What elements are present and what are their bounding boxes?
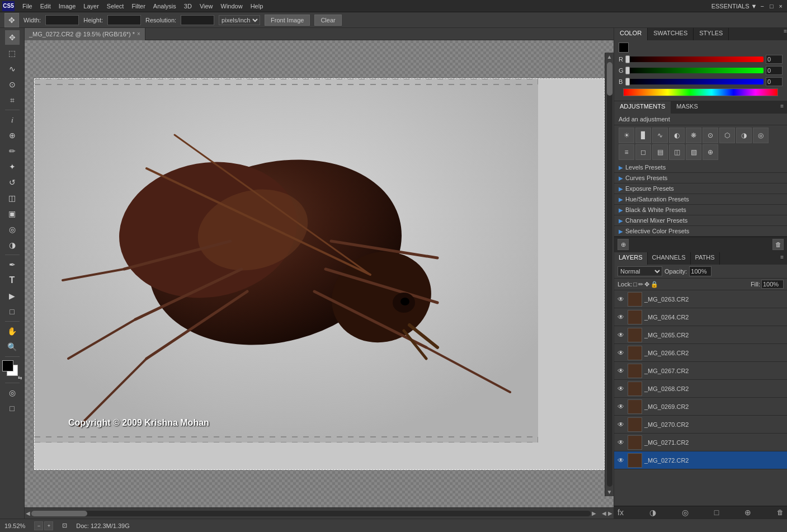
height-input[interactable] — [107, 15, 141, 25]
crop-tool[interactable]: ⌗ — [5, 93, 20, 107]
tab-layers[interactable]: LAYERS — [614, 252, 648, 265]
quick-mask-tool[interactable]: ◎ — [5, 385, 20, 400]
swap-colors-icon[interactable]: ⇆ — [18, 375, 22, 380]
opacity-input[interactable] — [689, 266, 711, 276]
g-slider-thumb[interactable] — [625, 67, 630, 74]
vertical-scrollbar[interactable]: ▲ ▼ — [605, 53, 614, 496]
posterize-icon[interactable]: ▤ — [652, 144, 668, 160]
curves-icon[interactable]: ∿ — [652, 128, 668, 143]
dodge-tool[interactable]: ◑ — [5, 238, 20, 252]
tab-color[interactable]: COLOR — [614, 28, 648, 40]
hue-saturation-presets-item[interactable]: ▶ Hue/Saturation Presets — [614, 194, 787, 205]
lock-transparent-pixels-icon[interactable]: □ — [633, 281, 637, 288]
menu-window[interactable]: Window — [218, 2, 246, 11]
selective-color-icon[interactable]: ⊕ — [703, 144, 718, 160]
brush-tool[interactable]: ✏ — [5, 144, 20, 158]
tab-styles[interactable]: STYLES — [694, 28, 729, 40]
gradient-tool[interactable]: ▣ — [5, 206, 20, 221]
lock-image-pixels-icon[interactable]: ✏ — [638, 281, 643, 288]
layers-panel-collapse[interactable]: ≡ — [777, 252, 787, 265]
history-brush-tool[interactable]: ↺ — [5, 175, 20, 190]
threshold-icon[interactable]: ◫ — [669, 144, 685, 160]
layer-item[interactable]: 👁 _MG_0266.CR2 — [614, 344, 787, 362]
menu-help[interactable]: Help — [247, 2, 267, 11]
tab-channels[interactable]: CHANNELS — [648, 252, 691, 265]
width-input[interactable] — [45, 15, 79, 25]
blend-mode-select[interactable]: Normal Dissolve Multiply Screen — [618, 266, 662, 276]
b-slider[interactable] — [628, 79, 764, 84]
eyedropper-tool[interactable]: 𝑖 — [5, 112, 20, 127]
color-swatches[interactable]: ⇆ — [2, 360, 22, 380]
foreground-color-swatch[interactable] — [2, 360, 13, 371]
path-selection-tool[interactable]: ▶ — [5, 289, 20, 303]
menu-analysis[interactable]: Analysis — [150, 2, 180, 11]
shape-tool[interactable]: □ — [5, 304, 20, 319]
lock-all-icon[interactable]: 🔒 — [651, 281, 658, 288]
layer-visibility-toggle[interactable]: 👁 — [616, 421, 625, 429]
scroll-down-arrow[interactable]: ▼ — [606, 488, 614, 496]
pen-tool[interactable]: ✒ — [5, 257, 20, 272]
type-tool[interactable]: T — [5, 273, 20, 288]
layer-item[interactable]: 👁 _MG_0270.CR2 — [614, 416, 787, 434]
horizontal-scroll-handle[interactable] — [31, 511, 87, 516]
brightness-contrast-icon[interactable]: ☀ — [619, 128, 634, 143]
exposure-presets-item[interactable]: ▶ Exposure Presets — [614, 183, 787, 194]
tab-paths[interactable]: PATHS — [691, 252, 720, 265]
lock-position-icon[interactable]: ✥ — [644, 281, 649, 288]
curves-presets-item[interactable]: ▶ Curves Presets — [614, 173, 787, 183]
g-slider[interactable] — [628, 68, 764, 73]
tab-masks[interactable]: MASKS — [671, 101, 704, 114]
layer-item[interactable]: 👁 _MG_0267.CR2 — [614, 362, 787, 380]
tab-swatches[interactable]: SWATCHES — [648, 28, 694, 40]
layers-list[interactable]: 👁 _MG_0263.CR2 👁 _MG_0264.CR2 👁 _MG_0265… — [614, 290, 787, 506]
minimize-button[interactable]: − — [758, 3, 766, 10]
delete-layer-button[interactable]: 🗑 — [777, 509, 784, 516]
layer-visibility-toggle[interactable]: 👁 — [616, 313, 625, 321]
layer-visibility-toggle[interactable]: 👁 — [616, 331, 625, 339]
eraser-tool[interactable]: ◫ — [5, 191, 20, 205]
hue-saturation-icon[interactable]: ⊙ — [703, 128, 718, 143]
maximize-button[interactable]: □ — [767, 3, 776, 10]
adjustments-panel-collapse[interactable]: ≡ — [777, 101, 787, 114]
canvas-viewport[interactable]: Copyright © 2009 Krishna Mohan ▲ ▼ — [25, 40, 614, 507]
selective-color-presets-item[interactable]: ▶ Selective Color Presets — [614, 226, 787, 237]
black-white-icon[interactable]: ◑ — [736, 128, 752, 143]
exposure-icon[interactable]: ◐ — [669, 128, 685, 143]
layer-visibility-toggle[interactable]: 👁 — [616, 349, 625, 357]
layer-item[interactable]: 👁 _MG_0264.CR2 — [614, 308, 787, 326]
menu-image[interactable]: Image — [55, 2, 79, 11]
layer-item[interactable]: 👁 _MG_0268.CR2 — [614, 380, 787, 398]
layer-visibility-toggle[interactable]: 👁 — [616, 367, 625, 375]
healing-brush-tool[interactable]: ⊕ — [5, 128, 20, 143]
invert-icon[interactable]: ◻ — [635, 144, 651, 160]
move-tool[interactable]: ✥ — [5, 30, 20, 45]
menu-file[interactable]: File — [19, 2, 36, 11]
menu-select[interactable]: Select — [103, 2, 128, 11]
fit-to-screen-icon[interactable]: ⊡ — [62, 522, 67, 529]
r-slider-thumb[interactable] — [625, 55, 630, 63]
new-adjustment-layer-button[interactable]: ⊕ — [618, 239, 629, 250]
menu-3d[interactable]: 3D — [181, 2, 195, 11]
hand-tool[interactable]: ✋ — [5, 324, 20, 338]
tab-adjustments[interactable]: ADJUSTMENTS — [614, 101, 671, 114]
vibrance-icon[interactable]: ❋ — [686, 128, 701, 143]
rectangular-marquee-tool[interactable]: ⬚ — [5, 46, 20, 60]
layer-visibility-toggle[interactable]: 👁 — [616, 385, 625, 393]
lasso-tool[interactable]: ∿ — [5, 62, 20, 76]
levels-presets-item[interactable]: ▶ Levels Presets — [614, 162, 787, 173]
vertical-scroll-track[interactable] — [607, 62, 612, 487]
horizontal-scroll-track[interactable] — [31, 511, 591, 516]
menu-layer[interactable]: Layer — [80, 2, 102, 11]
zoom-out-button[interactable]: − — [34, 521, 43, 530]
layer-item[interactable]: 👁 _MG_0263.CR2 — [614, 290, 787, 308]
layer-visibility-toggle[interactable]: 👁 — [616, 403, 625, 411]
front-image-button[interactable]: Front Image — [265, 15, 310, 26]
color-panel-collapse[interactable]: ≡ — [784, 28, 787, 40]
layer-item[interactable]: 👁 _MG_0271.CR2 — [614, 434, 787, 451]
add-mask-button[interactable]: ◑ — [649, 508, 656, 517]
blur-tool[interactable]: ◎ — [5, 222, 20, 237]
quick-selection-tool[interactable]: ⊙ — [5, 77, 20, 92]
photo-filter-icon[interactable]: ◎ — [753, 128, 769, 143]
layer-visibility-toggle[interactable]: 👁 — [616, 439, 625, 446]
essentials-button[interactable]: ESSENTIALS ▼ — [711, 3, 757, 10]
